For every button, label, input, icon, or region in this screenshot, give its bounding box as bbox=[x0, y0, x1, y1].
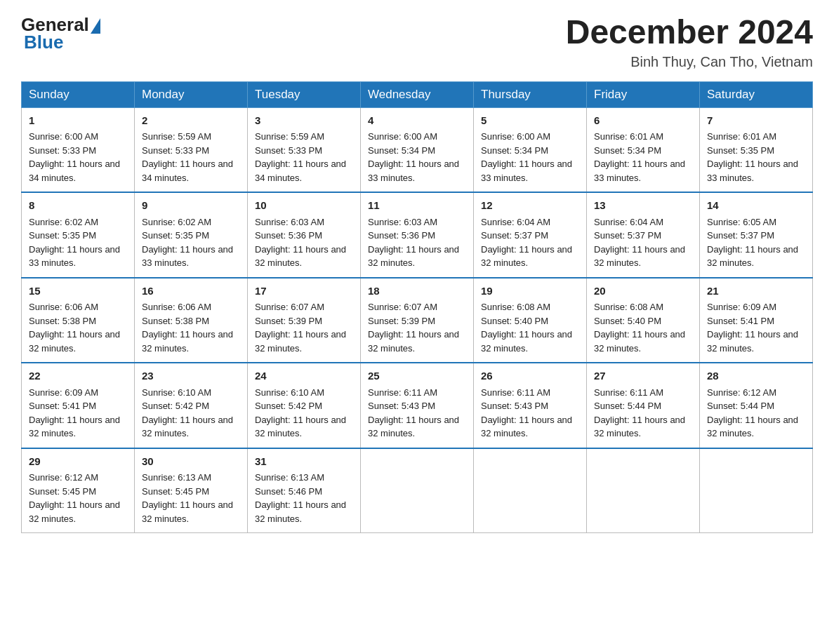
day-number: 10 bbox=[255, 198, 353, 214]
day-daylight: Daylight: 11 hours and 33 minutes. bbox=[594, 159, 685, 183]
logo-blue-text: Blue bbox=[24, 32, 63, 53]
day-daylight: Daylight: 11 hours and 32 minutes. bbox=[368, 329, 459, 354]
calendar-week-row: 29 Sunrise: 6:12 AM Sunset: 5:45 PM Dayl… bbox=[22, 448, 813, 533]
day-daylight: Daylight: 11 hours and 32 minutes. bbox=[255, 499, 346, 524]
day-sunset: Sunset: 5:42 PM bbox=[142, 401, 209, 411]
calendar-day-cell: 2 Sunrise: 5:59 AM Sunset: 5:33 PM Dayli… bbox=[135, 107, 248, 192]
day-sunset: Sunset: 5:33 PM bbox=[255, 145, 322, 156]
day-daylight: Daylight: 11 hours and 32 minutes. bbox=[368, 244, 459, 269]
day-daylight: Daylight: 11 hours and 32 minutes. bbox=[142, 329, 233, 354]
calendar-day-cell: 10 Sunrise: 6:03 AM Sunset: 5:36 PM Dayl… bbox=[248, 192, 361, 278]
day-number: 23 bbox=[142, 368, 240, 384]
day-daylight: Daylight: 11 hours and 32 minutes. bbox=[707, 244, 798, 269]
day-daylight: Daylight: 11 hours and 32 minutes. bbox=[594, 329, 685, 354]
day-sunset: Sunset: 5:41 PM bbox=[29, 401, 96, 411]
day-number: 7 bbox=[707, 113, 805, 129]
day-daylight: Daylight: 11 hours and 32 minutes. bbox=[142, 415, 233, 439]
day-sunset: Sunset: 5:33 PM bbox=[142, 145, 209, 156]
day-number: 27 bbox=[594, 368, 692, 384]
calendar-day-cell: 17 Sunrise: 6:07 AM Sunset: 5:39 PM Dayl… bbox=[248, 278, 361, 363]
day-sunset: Sunset: 5:35 PM bbox=[707, 145, 774, 156]
calendar-week-row: 15 Sunrise: 6:06 AM Sunset: 5:38 PM Dayl… bbox=[22, 278, 813, 363]
day-sunrise: Sunrise: 6:07 AM bbox=[368, 302, 437, 312]
page-header: General Blue December 2024 Binh Thuy, Ca… bbox=[21, 14, 813, 70]
calendar-day-cell bbox=[474, 448, 587, 533]
calendar-day-cell: 7 Sunrise: 6:01 AM Sunset: 5:35 PM Dayli… bbox=[700, 107, 813, 192]
calendar-day-cell: 22 Sunrise: 6:09 AM Sunset: 5:41 PM Dayl… bbox=[22, 363, 135, 448]
day-sunset: Sunset: 5:35 PM bbox=[29, 230, 96, 241]
day-sunset: Sunset: 5:38 PM bbox=[142, 316, 209, 326]
day-sunrise: Sunrise: 6:11 AM bbox=[481, 387, 550, 398]
day-sunset: Sunset: 5:38 PM bbox=[29, 316, 96, 326]
day-daylight: Daylight: 11 hours and 33 minutes. bbox=[707, 159, 798, 183]
day-number: 20 bbox=[594, 283, 692, 300]
calendar-day-cell: 3 Sunrise: 5:59 AM Sunset: 5:33 PM Dayli… bbox=[248, 107, 361, 192]
calendar-day-cell bbox=[587, 448, 700, 533]
day-daylight: Daylight: 11 hours and 32 minutes. bbox=[481, 244, 572, 269]
day-daylight: Daylight: 11 hours and 32 minutes. bbox=[142, 499, 233, 524]
col-header-saturday: Saturday bbox=[700, 81, 813, 107]
day-daylight: Daylight: 11 hours and 32 minutes. bbox=[29, 329, 120, 354]
day-number: 8 bbox=[29, 198, 127, 214]
day-daylight: Daylight: 11 hours and 32 minutes. bbox=[29, 499, 120, 524]
day-sunrise: Sunrise: 6:08 AM bbox=[594, 302, 663, 312]
day-daylight: Daylight: 11 hours and 32 minutes. bbox=[707, 415, 798, 439]
calendar-day-cell bbox=[700, 448, 813, 533]
day-number: 31 bbox=[255, 454, 353, 470]
day-daylight: Daylight: 11 hours and 34 minutes. bbox=[142, 159, 233, 183]
day-sunset: Sunset: 5:37 PM bbox=[594, 230, 661, 241]
calendar-header-row: Sunday Monday Tuesday Wednesday Thursday… bbox=[22, 81, 813, 107]
day-sunrise: Sunrise: 6:03 AM bbox=[368, 217, 437, 227]
calendar-day-cell: 11 Sunrise: 6:03 AM Sunset: 5:36 PM Dayl… bbox=[361, 192, 474, 278]
col-header-friday: Friday bbox=[587, 81, 700, 107]
day-sunset: Sunset: 5:39 PM bbox=[368, 316, 435, 326]
calendar-week-row: 8 Sunrise: 6:02 AM Sunset: 5:35 PM Dayli… bbox=[22, 192, 813, 278]
day-number: 26 bbox=[481, 368, 579, 384]
day-sunrise: Sunrise: 6:04 AM bbox=[481, 217, 550, 227]
day-sunset: Sunset: 5:34 PM bbox=[368, 145, 435, 156]
day-daylight: Daylight: 11 hours and 32 minutes. bbox=[707, 329, 798, 354]
day-sunrise: Sunrise: 6:04 AM bbox=[594, 217, 663, 227]
calendar-day-cell: 4 Sunrise: 6:00 AM Sunset: 5:34 PM Dayli… bbox=[361, 107, 474, 192]
calendar-day-cell: 26 Sunrise: 6:11 AM Sunset: 5:43 PM Dayl… bbox=[474, 363, 587, 448]
day-sunrise: Sunrise: 6:09 AM bbox=[707, 302, 776, 312]
day-daylight: Daylight: 11 hours and 32 minutes. bbox=[594, 415, 685, 439]
day-daylight: Daylight: 11 hours and 33 minutes. bbox=[29, 244, 120, 269]
day-sunset: Sunset: 5:36 PM bbox=[368, 230, 435, 241]
calendar-table: Sunday Monday Tuesday Wednesday Thursday… bbox=[21, 81, 813, 534]
day-sunrise: Sunrise: 6:05 AM bbox=[707, 217, 776, 227]
logo-triangle-icon bbox=[91, 18, 100, 34]
day-daylight: Daylight: 11 hours and 32 minutes. bbox=[481, 329, 572, 354]
day-sunset: Sunset: 5:40 PM bbox=[481, 316, 548, 326]
day-number: 1 bbox=[29, 113, 127, 129]
calendar-day-cell: 6 Sunrise: 6:01 AM Sunset: 5:34 PM Dayli… bbox=[587, 107, 700, 192]
day-number: 2 bbox=[142, 113, 240, 129]
calendar-day-cell: 20 Sunrise: 6:08 AM Sunset: 5:40 PM Dayl… bbox=[587, 278, 700, 363]
day-sunset: Sunset: 5:33 PM bbox=[29, 145, 96, 156]
calendar-day-cell: 19 Sunrise: 6:08 AM Sunset: 5:40 PM Dayl… bbox=[474, 278, 587, 363]
day-number: 16 bbox=[142, 283, 240, 300]
calendar-day-cell: 29 Sunrise: 6:12 AM Sunset: 5:45 PM Dayl… bbox=[22, 448, 135, 533]
day-sunrise: Sunrise: 6:01 AM bbox=[594, 131, 663, 142]
day-number: 15 bbox=[29, 283, 127, 300]
day-daylight: Daylight: 11 hours and 33 minutes. bbox=[481, 159, 572, 183]
day-sunset: Sunset: 5:44 PM bbox=[707, 401, 774, 411]
day-number: 12 bbox=[481, 198, 579, 214]
day-number: 22 bbox=[29, 368, 127, 384]
day-daylight: Daylight: 11 hours and 32 minutes. bbox=[29, 415, 120, 439]
logo: General Blue bbox=[21, 14, 100, 53]
day-sunset: Sunset: 5:39 PM bbox=[255, 316, 322, 326]
col-header-thursday: Thursday bbox=[474, 81, 587, 107]
day-daylight: Daylight: 11 hours and 32 minutes. bbox=[255, 329, 346, 354]
day-number: 18 bbox=[368, 283, 466, 300]
day-sunset: Sunset: 5:34 PM bbox=[594, 145, 661, 156]
day-number: 6 bbox=[594, 113, 692, 129]
day-sunrise: Sunrise: 6:10 AM bbox=[255, 387, 324, 398]
day-number: 24 bbox=[255, 368, 353, 384]
day-sunrise: Sunrise: 6:06 AM bbox=[142, 302, 211, 312]
day-sunrise: Sunrise: 6:03 AM bbox=[255, 217, 324, 227]
day-number: 14 bbox=[707, 198, 805, 214]
calendar-day-cell: 14 Sunrise: 6:05 AM Sunset: 5:37 PM Dayl… bbox=[700, 192, 813, 278]
day-sunrise: Sunrise: 6:00 AM bbox=[29, 131, 98, 142]
day-daylight: Daylight: 11 hours and 34 minutes. bbox=[255, 159, 346, 183]
